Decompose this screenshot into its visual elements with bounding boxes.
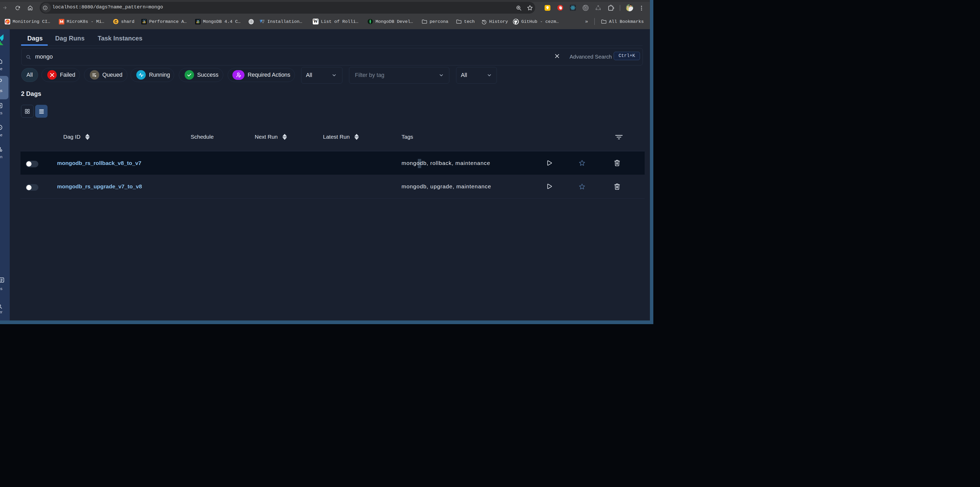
svg-text:W: W	[313, 19, 318, 24]
